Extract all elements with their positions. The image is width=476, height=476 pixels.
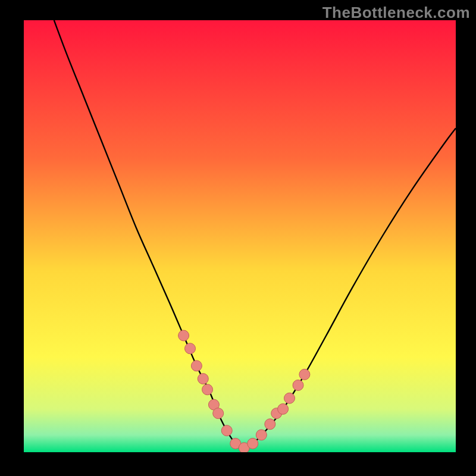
data-dot	[221, 425, 232, 436]
chart-canvas: TheBottleneck.com	[0, 0, 476, 476]
data-dot	[198, 374, 208, 384]
plot-background	[24, 20, 456, 452]
data-dot	[284, 393, 295, 403]
data-dot	[278, 403, 289, 414]
chart-svg	[0, 0, 476, 476]
data-dot	[185, 343, 196, 354]
watermark-text: TheBottleneck.com	[322, 4, 470, 22]
data-dot	[299, 369, 310, 380]
data-dot	[202, 384, 213, 395]
data-dot	[293, 380, 303, 390]
data-dot	[248, 438, 258, 449]
data-dot	[178, 330, 189, 341]
data-dot	[256, 430, 267, 440]
data-dot	[213, 408, 224, 419]
data-dot	[191, 361, 202, 371]
data-dot	[265, 419, 275, 430]
